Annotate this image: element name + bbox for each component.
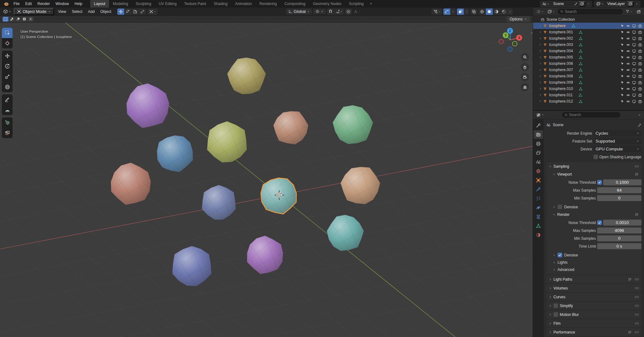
hide-viewport-icon[interactable] [626,30,630,34]
tool-measure-button[interactable] [2,105,13,115]
snap-plane-toggle[interactable] [132,8,139,15]
xray-toggle[interactable] [470,8,477,15]
hide-viewport-icon[interactable] [626,87,630,91]
device-dropdown[interactable]: GPU Compute [593,146,641,152]
workspace-tab-rendering[interactable]: Rendering [256,0,280,8]
disable-viewport-icon[interactable] [632,55,636,59]
viewport-menu-view[interactable]: View [55,9,69,14]
selectable-icon[interactable] [620,93,624,97]
outliner-display-mode-dropdown[interactable] [535,9,545,14]
menu-file[interactable]: File [11,1,22,7]
hide-viewport-icon[interactable] [626,49,630,53]
feature-set-dropdown[interactable]: Supported [593,138,641,144]
delete-scene-button[interactable] [585,1,591,7]
show-gizmo-toggle[interactable] [443,8,450,15]
pan-hand-button[interactable] [521,63,529,71]
outliner-search-input[interactable] [565,9,620,14]
disable-viewport-icon[interactable] [632,87,636,91]
selectable-icon[interactable] [620,24,624,28]
zoom-button[interactable] [521,53,529,61]
expand-arrow-icon[interactable] [539,62,542,65]
render-noise-threshold-checkbox[interactable] [597,220,602,225]
disable-viewport-icon[interactable] [632,62,636,66]
properties-tab-output[interactable] [534,139,543,148]
workspace-tab-layout[interactable]: Layout [90,0,109,8]
tool-duplicate-button[interactable] [2,128,13,138]
render-max-samples-value[interactable]: 4096 [597,227,641,233]
selectable-icon[interactable] [620,43,624,47]
tool-move-button[interactable] [2,51,13,61]
viewport-noise-threshold-checkbox[interactable] [597,180,602,185]
gizmo-dropdown[interactable] [451,8,456,15]
icosphere-yellowgreen[interactable] [207,121,247,163]
viewport-noise-threshold-value[interactable]: 0.1000 [603,179,641,185]
viewport-min-samples-value[interactable]: 0 [597,195,641,201]
region-collapse-arrow[interactable]: ‹ [531,30,532,35]
properties-search[interactable] [562,112,620,118]
snap-magnet-toggle[interactable] [327,8,334,15]
expand-arrow-icon[interactable] [539,24,542,27]
object-visibility-dropdown[interactable] [431,8,442,15]
select-mode-set[interactable] [3,17,8,22]
options-dropdown[interactable]: Options [507,16,530,22]
pin-id-icon[interactable] [637,123,641,127]
transform-orientation-dropdown[interactable]: Global [286,8,312,14]
properties-tab-render[interactable] [534,130,543,139]
workspace-tab-compositing[interactable]: Compositing [280,0,309,8]
workspace-tab-geometry-nodes[interactable]: Geometry Nodes [309,0,345,8]
expand-arrow-icon[interactable] [539,93,542,97]
icosphere-bluepurple2[interactable] [172,246,212,286]
panel-lights-header[interactable]: Lights [546,259,641,266]
menu-edit[interactable]: Edit [22,1,35,7]
render-time-limit-value[interactable]: 0 s [597,243,641,249]
outliner-row-icosphere.002[interactable]: Icosphere.002 [533,35,644,42]
render-denoise-row[interactable]: Denoise [550,251,641,259]
gizmo-axis-x[interactable]: X [516,35,522,41]
menu-help[interactable]: Help [72,1,85,7]
properties-tab-material[interactable] [534,231,543,239]
viewlayer-browse-button[interactable] [595,1,605,7]
viewport-menu-add[interactable]: Add [85,9,97,14]
expand-arrow-icon[interactable] [539,87,542,90]
panel-advanced-header[interactable]: Advanced [546,266,641,273]
select-mode-subtract[interactable] [15,17,21,22]
properties-tab-object[interactable] [534,176,543,184]
viewport-max-samples-value[interactable]: 64 [597,187,641,193]
breadcrumb-label[interactable]: Scene [553,123,564,127]
disable-render-icon[interactable] [638,24,642,28]
select-mode-extend[interactable] [9,17,15,22]
hide-viewport-icon[interactable] [626,99,630,104]
disable-viewport-icon[interactable] [632,99,636,104]
menu-window[interactable]: Window [53,1,72,7]
viewport-menu-object[interactable]: Object [97,9,114,14]
hide-viewport-icon[interactable] [626,24,630,28]
subpanel-render-header[interactable]: Render [550,211,641,218]
outliner-row-scene-collection[interactable]: Scene Collection [533,16,644,23]
disable-render-icon[interactable] [638,81,642,85]
new-collection-button[interactable] [635,9,642,14]
select-mode-intersect[interactable] [28,17,34,22]
selectable-icon[interactable] [620,49,624,53]
gizmo-negative-axis[interactable] [513,42,517,46]
select-mode-invert[interactable] [21,17,27,22]
outliner-row-icosphere.006[interactable]: Icosphere.006 [533,60,644,67]
viewlayer-name[interactable]: ViewLayer [605,2,627,6]
properties-tab-modifiers[interactable] [534,185,543,194]
properties-editor-type-button[interactable] [535,112,545,118]
tool-cursor-button[interactable] [2,38,13,48]
disable-viewport-icon[interactable] [632,81,636,85]
workspace-tab-scripting[interactable]: Scripting [345,0,368,8]
shading-solid-button[interactable] [486,8,493,15]
workspace-tab-uv-editing[interactable]: UV Editing [155,0,180,8]
hide-viewport-icon[interactable] [626,74,630,78]
disable-viewport-icon[interactable] [632,93,636,97]
disable-render-icon[interactable] [638,37,642,41]
osl-checkbox[interactable] [593,154,598,159]
selectable-icon[interactable] [620,87,624,91]
disable-render-icon[interactable] [638,93,642,97]
icosphere-purple[interactable] [126,83,169,128]
workspace-tab-sculpting[interactable]: Sculpting [132,0,155,8]
shading-material-button[interactable] [493,8,500,15]
icosphere-teal[interactable] [327,215,364,251]
outliner-row-icosphere.003[interactable]: Icosphere.003 [533,42,644,48]
